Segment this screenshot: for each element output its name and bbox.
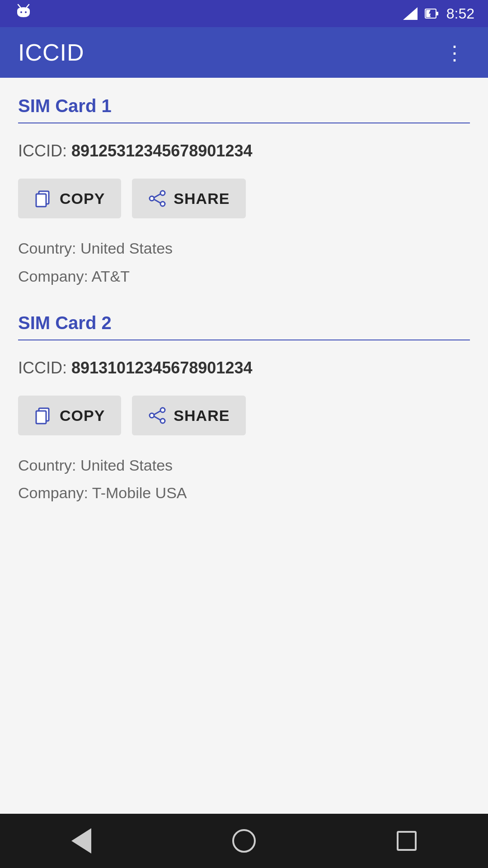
svg-point-22 xyxy=(150,413,154,418)
svg-rect-12 xyxy=(36,194,46,207)
sim-card-2-iccid-label: ICCID: xyxy=(18,359,71,377)
svg-point-4 xyxy=(20,11,22,13)
sim-card-1-share-button[interactable]: SHARE xyxy=(132,179,246,218)
sim-card-1-info: Country: United States Company: AT&T xyxy=(18,235,470,290)
svg-line-17 xyxy=(154,199,160,203)
svg-marker-6 xyxy=(403,7,418,20)
home-button[interactable] xyxy=(221,823,267,859)
sim-card-2-info: Country: United States Company: T-Mobile… xyxy=(18,452,470,507)
svg-rect-19 xyxy=(36,411,46,424)
sim-card-1-section: SIM Card 1 ICCID: 89125312345678901234 C… xyxy=(18,96,470,290)
share-icon xyxy=(148,189,166,208)
sim-card-1-iccid-value: 89125312345678901234 xyxy=(71,142,252,160)
sim-card-2-section: SIM Card 2 ICCID: 89131012345678901234 C… xyxy=(18,313,470,507)
svg-line-2 xyxy=(18,5,20,7)
app-title: ICCID xyxy=(18,39,84,66)
svg-point-5 xyxy=(25,11,27,13)
back-icon xyxy=(71,828,91,854)
back-button[interactable] xyxy=(59,823,104,859)
sim-card-2-company: Company: T-Mobile USA xyxy=(18,479,470,507)
svg-rect-8 xyxy=(436,12,438,15)
more-options-button[interactable]: ⋮ xyxy=(440,37,470,69)
recents-icon xyxy=(397,831,417,851)
status-bar: 8:52 xyxy=(0,0,488,27)
status-bar-right: 8:52 xyxy=(403,5,474,22)
sim-card-1-country: Country: United States xyxy=(18,235,470,262)
android-icon xyxy=(14,4,33,24)
status-time: 8:52 xyxy=(446,5,474,22)
sim-card-2-copy-label: COPY xyxy=(60,407,105,425)
svg-point-21 xyxy=(160,419,165,423)
sim-card-2-heading: SIM Card 2 xyxy=(18,313,470,340)
battery-icon xyxy=(425,7,439,20)
app-bar: ICCID ⋮ xyxy=(0,27,488,78)
svg-line-16 xyxy=(154,194,160,198)
recents-button[interactable] xyxy=(384,823,429,859)
signal-icon xyxy=(403,7,418,20)
sim-card-1-copy-button[interactable]: COPY xyxy=(18,179,121,218)
svg-line-3 xyxy=(27,5,29,7)
home-icon xyxy=(232,829,256,853)
status-bar-left xyxy=(14,4,33,24)
sim-card-2-copy-button[interactable]: COPY xyxy=(18,396,121,435)
sim-card-2-iccid-value: 89131012345678901234 xyxy=(71,359,252,377)
svg-point-13 xyxy=(160,191,165,195)
sim-card-2-share-label: SHARE xyxy=(174,407,230,425)
sim-card-1-company: Company: AT&T xyxy=(18,263,470,290)
copy-icon xyxy=(34,189,52,208)
sim-card-1-iccid-label: ICCID: xyxy=(18,142,71,160)
svg-point-20 xyxy=(160,408,165,412)
sim-card-2-share-button[interactable]: SHARE xyxy=(132,396,246,435)
main-content: SIM Card 1 ICCID: 89125312345678901234 C… xyxy=(0,78,488,814)
sim-card-1-iccid-row: ICCID: 89125312345678901234 xyxy=(18,140,470,162)
sim-card-2-country: Country: United States xyxy=(18,452,470,479)
svg-point-14 xyxy=(160,202,165,206)
nav-bar xyxy=(0,814,488,868)
copy-icon-2 xyxy=(34,406,52,425)
svg-point-15 xyxy=(150,196,154,201)
share-icon-2 xyxy=(148,406,166,425)
sim-card-1-copy-label: COPY xyxy=(60,190,105,208)
svg-line-24 xyxy=(154,416,160,420)
sim-card-1-share-label: SHARE xyxy=(174,190,230,208)
sim-card-1-button-row: COPY SHARE xyxy=(18,179,470,218)
sim-card-2-button-row: COPY SHARE xyxy=(18,396,470,435)
sim-card-2-iccid-row: ICCID: 89131012345678901234 xyxy=(18,357,470,379)
svg-line-23 xyxy=(154,411,160,415)
sim-card-1-heading: SIM Card 1 xyxy=(18,96,470,123)
